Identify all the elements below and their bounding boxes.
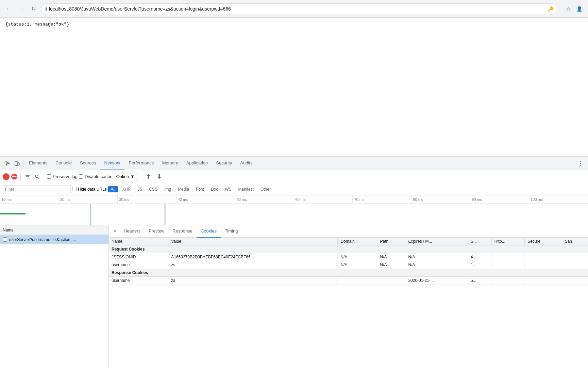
forward-button[interactable]: →: [16, 4, 26, 14]
cookie-name: username: [109, 277, 168, 285]
disable-cache-label[interactable]: Disable cache: [79, 174, 113, 179]
tick-30ms: 30 ms: [118, 195, 177, 203]
tick-60ms: 60 ms: [294, 195, 353, 203]
detail-tab-timing[interactable]: Timing: [221, 225, 242, 238]
tab-security[interactable]: Security: [212, 157, 236, 170]
row-checkbox[interactable]: [3, 237, 7, 242]
reload-button[interactable]: ↻: [29, 4, 38, 14]
svg-rect-0: [15, 162, 18, 165]
col-header-path: Path: [377, 238, 405, 245]
filter-input[interactable]: [3, 185, 71, 193]
table-row[interactable]: username zs N/A N/A N/A 1...: [109, 261, 588, 269]
filter-type-img[interactable]: Img: [162, 186, 174, 192]
more-tabs-button[interactable]: ⋮: [576, 159, 585, 168]
cursor-icon-button[interactable]: [3, 159, 12, 168]
stop-button[interactable]: ⛔: [11, 173, 18, 180]
col-header-name: Name: [109, 238, 168, 245]
tab-memory[interactable]: Memory: [158, 157, 182, 170]
filter-row: Hide data URLs All XHR JS CSS Img Media …: [0, 183, 588, 195]
browser-toolbar-icons: ☆ 👤: [564, 4, 584, 14]
cookie-secure: [525, 277, 562, 285]
preserve-log-label[interactable]: Preserve log: [47, 174, 78, 179]
devtools-tab-bar: Elements Console Sources Network Perform…: [0, 157, 588, 170]
page-content: {status:1, message:"ok"}: [0, 18, 588, 156]
toolbar-sep2: [44, 173, 44, 181]
network-right-panel: × Headers Preview Response Cookies Timin…: [109, 225, 588, 368]
cookie-expires: 2020-01-21-...: [405, 277, 468, 285]
cookie-secure: [525, 253, 562, 261]
detail-tab-headers[interactable]: Headers: [120, 225, 145, 238]
filter-type-ws[interactable]: WS: [222, 186, 234, 192]
filter-type-all[interactable]: All: [108, 186, 118, 192]
cookie-same: [562, 253, 588, 261]
timeline-ruler: 10 ms 20 ms 30 ms 40 ms 50 ms 60 ms 70 m…: [0, 195, 588, 204]
tab-console[interactable]: Console: [51, 157, 76, 170]
col-header-domain: Domain: [338, 238, 377, 245]
tick-100ms: 100 ms: [529, 195, 588, 203]
search-icon-button[interactable]: [33, 173, 41, 181]
tab-application[interactable]: Application: [182, 157, 212, 170]
cookies-table: Name Value Domain Path Expires / M... S.…: [109, 238, 588, 285]
detail-tab-cookies[interactable]: Cookies: [197, 225, 221, 238]
import-button[interactable]: ⬆: [144, 173, 152, 181]
cookie-value: zs: [168, 261, 338, 269]
cookie-size: 1...: [468, 261, 492, 269]
cookie-name: JSESSIONID: [109, 253, 168, 261]
hide-data-urls-label[interactable]: Hide data URLs: [72, 187, 107, 192]
filter-type-manifest[interactable]: Manifest: [236, 186, 256, 192]
bookmark-button[interactable]: ☆: [564, 4, 573, 14]
throttle-dropdown[interactable]: Online ▼: [114, 173, 137, 180]
url-text: localhost:8080/JavaWebDemo/userServlet?u…: [49, 6, 546, 12]
request-name: userServlet?username=zs&action=...: [9, 237, 106, 242]
network-toolbar: ⛔ Preserve log Disable cache Online ▼: [0, 170, 588, 183]
cookie-value: A1660370B2D3BAEBF68EC40E24FCBF66: [168, 253, 338, 261]
response-cookies-section: Response Cookies: [109, 269, 588, 277]
cookie-path: N/A: [377, 253, 405, 261]
chevron-down-icon: ▼: [130, 174, 135, 179]
device-icon-button[interactable]: [12, 159, 22, 168]
filter-type-media[interactable]: Media: [175, 186, 192, 192]
key-icon: 🔑: [548, 6, 554, 12]
network-split: Name userServlet?username=zs&action=... …: [0, 225, 588, 368]
record-button[interactable]: [3, 173, 10, 180]
detail-tab-response[interactable]: Response: [168, 225, 197, 238]
col-header-size: S...: [468, 238, 492, 245]
filter-icon-button[interactable]: [23, 173, 32, 181]
tick-70ms: 70 ms: [353, 195, 411, 203]
profile-button[interactable]: 👤: [574, 4, 584, 14]
tick-50ms: 50 ms: [235, 195, 294, 203]
cookies-table-wrap: Name Value Domain Path Expires / M... S.…: [109, 238, 588, 368]
close-detail-button[interactable]: ×: [112, 228, 118, 235]
tab-network[interactable]: Network: [100, 157, 125, 170]
table-row[interactable]: username zs 2020-01-21-... 5...: [109, 277, 588, 285]
cookie-value: zs: [168, 277, 338, 285]
preserve-log-checkbox[interactable]: [47, 174, 51, 179]
detail-tab-preview[interactable]: Preview: [145, 225, 168, 238]
disable-cache-checkbox[interactable]: [79, 174, 83, 179]
tabs-separator: [23, 160, 23, 167]
filter-type-doc[interactable]: Doc: [208, 186, 221, 192]
filter-type-font[interactable]: Font: [193, 186, 207, 192]
import-export-buttons: ⬆ ⬇: [144, 173, 163, 181]
filter-type-other[interactable]: Other: [258, 186, 273, 192]
svg-line-3: [38, 177, 39, 179]
hide-data-urls-checkbox[interactable]: [72, 187, 77, 191]
tab-sources[interactable]: Sources: [76, 157, 100, 170]
address-bar[interactable]: ℹ localhost:8080/JavaWebDemo/userServlet…: [41, 3, 558, 14]
tab-audits[interactable]: Audits: [236, 157, 256, 170]
back-button[interactable]: ←: [4, 4, 14, 14]
tab-elements[interactable]: Elements: [25, 157, 51, 170]
cookie-http: [491, 253, 524, 261]
cookie-domain: N/A: [338, 253, 377, 261]
table-row[interactable]: userServlet?username=zs&action=...: [0, 235, 108, 244]
table-row[interactable]: JSESSIONID A1660370B2D3BAEBF68EC40E24FCB…: [109, 253, 588, 261]
filter-type-xhr[interactable]: XHR: [119, 186, 133, 192]
request-list: userServlet?username=zs&action=...: [0, 235, 108, 368]
tab-performance[interactable]: Performance: [124, 157, 158, 170]
filter-type-css[interactable]: CSS: [146, 186, 160, 192]
svg-point-2: [35, 175, 38, 178]
cookie-http: [491, 277, 524, 285]
filter-type-js[interactable]: JS: [135, 186, 145, 192]
tick-20ms: 20 ms: [59, 195, 118, 203]
export-button[interactable]: ⬇: [155, 173, 163, 181]
